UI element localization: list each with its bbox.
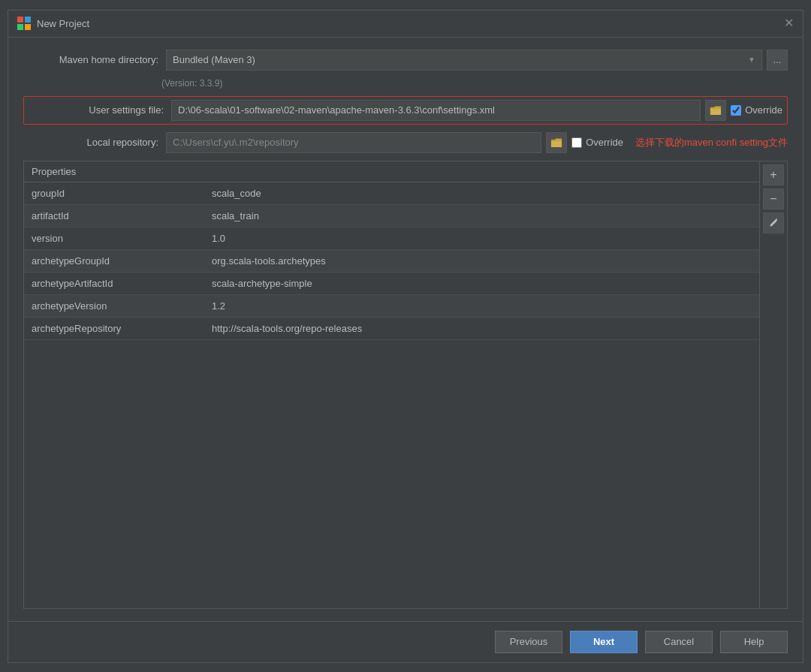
prop-key: groupId (24, 183, 204, 203)
prop-value: scala-archetype-simple (204, 273, 759, 294)
folder-icon (710, 105, 722, 116)
table-row: archetypeArtifactId scala-archetype-simp… (24, 273, 759, 295)
maven-home-field: Bundled (Maven 3) ▼ ... (166, 50, 788, 71)
svg-rect-3 (25, 24, 31, 30)
add-property-button[interactable]: + (763, 164, 784, 185)
prop-key: archetypeVersion (24, 296, 204, 316)
local-repo-field: Override 选择下载的maven confi setting文件 (166, 132, 788, 153)
cancel-button[interactable]: Cancel (645, 631, 713, 653)
previous-button[interactable]: Previous (495, 631, 562, 653)
local-repo-label: Local repository: (23, 137, 158, 148)
properties-table: groupId scala_code artifactId scala_trai… (24, 182, 759, 608)
table-row: groupId scala_code (24, 182, 759, 205)
remove-property-button[interactable]: − (763, 188, 784, 209)
titlebar: New Project ✕ (8, 11, 803, 38)
prop-key: archetypeGroupId (24, 251, 204, 271)
table-row: version 1.0 (24, 228, 759, 250)
local-repo-row: Local repository: Override 选择下载的maven co… (23, 132, 788, 153)
prop-key: archetypeArtifactId (24, 273, 204, 294)
maven-home-browse-button[interactable]: ... (767, 50, 788, 71)
next-button[interactable]: Next (570, 631, 638, 653)
help-button[interactable]: Help (720, 631, 788, 653)
user-settings-field: Override (171, 100, 782, 121)
maven-home-dropdown[interactable]: Bundled (Maven 3) ▼ (166, 50, 762, 71)
dialog-title: New Project (37, 18, 89, 29)
edit-property-button[interactable] (763, 212, 784, 234)
local-repo-override-label[interactable]: Override (571, 137, 623, 148)
prop-value: 1.2 (204, 296, 759, 316)
user-settings-input[interactable] (171, 100, 701, 121)
local-repo-override-checkbox[interactable] (571, 137, 582, 148)
properties-table-container: Properties groupId scala_code artifactId… (24, 161, 759, 608)
table-row: archetypeGroupId org.scala-tools.archety… (24, 250, 759, 273)
table-row: archetypeVersion 1.2 (24, 295, 759, 318)
table-row: artifactId scala_train (24, 205, 759, 228)
user-settings-label: User settings file: (29, 104, 164, 116)
prop-value: org.scala-tools.archetypes (204, 251, 759, 271)
intellij-icon (17, 17, 31, 30)
table-row: archetypeRepository http://scala-tools.o… (24, 318, 759, 340)
properties-panel: Properties groupId scala_code artifactId… (23, 161, 788, 609)
user-settings-browse-button[interactable] (705, 100, 726, 121)
svg-rect-1 (25, 17, 31, 23)
local-repo-override-text: Override (586, 137, 623, 148)
svg-rect-0 (17, 17, 23, 23)
override-label-text: Override (745, 104, 782, 116)
prop-value: 1.0 (204, 228, 759, 249)
local-repo-browse-button[interactable] (546, 132, 567, 153)
pencil-icon (768, 218, 779, 228)
maven-home-row: Maven home directory: Bundled (Maven 3) … (23, 50, 788, 71)
properties-side-buttons: + − (759, 161, 787, 608)
prop-value: scala_code (204, 183, 759, 203)
dialog-content: Maven home directory: Bundled (Maven 3) … (8, 38, 803, 621)
chevron-down-icon: ▼ (748, 56, 755, 64)
new-project-dialog: New Project ✕ Maven home directory: Bund… (8, 10, 803, 663)
local-repo-input[interactable] (166, 132, 541, 153)
user-settings-override-label[interactable]: Override (731, 104, 782, 116)
user-settings-override-checkbox[interactable] (731, 105, 741, 116)
user-settings-row: User settings file: Override (23, 96, 788, 125)
annotation-text: 选择下载的maven confi setting文件 (635, 136, 788, 149)
folder-icon (550, 137, 562, 148)
properties-header: Properties (24, 161, 759, 182)
titlebar-left: New Project (17, 17, 89, 30)
close-button[interactable]: ✕ (783, 18, 794, 29)
prop-key: archetypeRepository (24, 318, 204, 339)
maven-home-label: Maven home directory: (23, 54, 158, 65)
dialog-footer: Previous Next Cancel Help (8, 621, 803, 662)
maven-home-value: Bundled (Maven 3) (173, 54, 255, 65)
prop-value: scala_train (204, 206, 759, 226)
svg-rect-2 (17, 24, 23, 30)
prop-key: version (24, 228, 204, 249)
maven-version-text: (Version: 3.3.9) (161, 78, 788, 89)
prop-value: http://scala-tools.org/repo-releases (204, 318, 759, 339)
prop-key: artifactId (24, 206, 204, 226)
